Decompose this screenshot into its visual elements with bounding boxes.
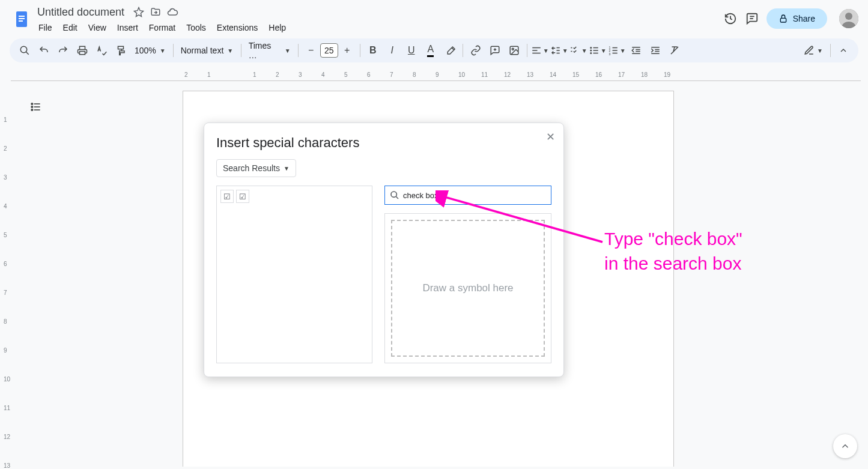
dialog-right: Draw a symbol here <box>384 186 551 363</box>
docs-logo[interactable] <box>10 7 34 31</box>
svg-text:3: 3 <box>609 52 610 56</box>
annotation-line1: Type "check box" <box>604 227 742 252</box>
indent-increase-icon[interactable] <box>646 41 664 59</box>
dialog-title: Insert special characters <box>216 135 551 151</box>
svg-point-8 <box>845 13 852 20</box>
draw-pad-border <box>391 220 545 357</box>
show-outline-icon[interactable] <box>28 98 44 115</box>
increase-font-icon[interactable]: + <box>338 41 356 59</box>
search-box[interactable] <box>384 186 551 205</box>
line-spacing-icon[interactable]: ▼ <box>550 41 568 59</box>
svg-point-46 <box>31 106 33 108</box>
menu-extensions[interactable]: Extensions <box>212 21 263 34</box>
svg-point-48 <box>391 192 396 197</box>
close-icon[interactable]: ✕ <box>546 130 555 144</box>
text-color-icon[interactable]: A <box>422 41 440 59</box>
editing-mode-icon[interactable]: ▼ <box>800 41 827 59</box>
font-select[interactable]: Times …▼ <box>245 41 294 59</box>
doc-title[interactable]: Untitled document <box>34 5 128 20</box>
underline-icon[interactable]: U <box>402 41 420 59</box>
annotation-line2: in the search box <box>604 252 742 276</box>
svg-line-49 <box>396 196 398 199</box>
svg-point-20 <box>590 50 592 51</box>
avatar[interactable] <box>839 9 858 28</box>
menubar: File Edit View Insert Format Tools Exten… <box>34 20 723 35</box>
share-label: Share <box>793 14 815 23</box>
menu-file[interactable]: File <box>34 21 57 34</box>
explore-button[interactable] <box>833 434 857 458</box>
history-icon[interactable] <box>723 11 738 26</box>
results-grid: ☑☑ <box>216 186 372 363</box>
header-right: Share <box>723 8 858 29</box>
separator <box>173 44 174 57</box>
svg-point-47 <box>31 109 33 111</box>
svg-point-21 <box>590 53 592 54</box>
font-size-group: − + <box>302 41 356 59</box>
svg-rect-11 <box>80 52 85 55</box>
decrease-font-icon[interactable]: − <box>302 41 320 59</box>
toolbar-right: ▼ <box>800 41 852 59</box>
bullet-list-icon[interactable]: ▼ <box>589 41 607 59</box>
menu-insert[interactable]: Insert <box>112 21 143 34</box>
separator <box>463 44 463 57</box>
svg-rect-3 <box>19 20 23 22</box>
numbered-list-icon[interactable]: 123▼ <box>608 41 626 59</box>
bold-icon[interactable]: B <box>364 41 382 59</box>
svg-rect-2 <box>19 18 25 19</box>
indent-decrease-icon[interactable] <box>627 41 645 59</box>
clear-formatting-icon[interactable] <box>666 41 684 59</box>
title-area: Untitled document File Edit View Insert … <box>34 4 723 35</box>
star-icon[interactable] <box>133 6 145 18</box>
comments-icon[interactable] <box>745 11 759 26</box>
menu-edit[interactable]: Edit <box>58 21 82 34</box>
paint-format-icon[interactable] <box>112 41 130 59</box>
search-input[interactable] <box>403 191 546 200</box>
print-icon[interactable] <box>73 41 91 59</box>
image-icon[interactable] <box>505 41 523 59</box>
italic-icon[interactable]: I <box>383 41 401 59</box>
separator <box>830 44 831 57</box>
highlight-icon[interactable] <box>441 41 459 59</box>
char-result[interactable]: ☑ <box>236 190 249 203</box>
category-label: Search Results <box>223 163 280 173</box>
separator <box>527 44 527 57</box>
horizontal-ruler: 2112345678910111213141516171819 <box>11 71 861 80</box>
toolbar: 100%▼ Normal text▼ Times …▼ − + B I U A … <box>10 38 858 62</box>
menu-help[interactable]: Help <box>264 21 291 34</box>
move-icon[interactable] <box>150 6 162 18</box>
link-icon[interactable] <box>467 41 485 59</box>
spellcheck-icon[interactable] <box>93 41 111 59</box>
special-characters-dialog: Insert special characters ✕ Search Resul… <box>204 123 564 377</box>
char-result[interactable]: ☑ <box>220 190 234 203</box>
svg-rect-1 <box>19 16 25 17</box>
undo-icon[interactable] <box>35 41 53 59</box>
style-select[interactable]: Normal text▼ <box>177 41 237 59</box>
separator <box>298 44 299 57</box>
menu-tools[interactable]: Tools <box>181 21 211 34</box>
align-icon[interactable]: ▼ <box>531 41 549 59</box>
share-button[interactable]: Share <box>766 8 827 29</box>
zoom-select[interactable]: 100%▼ <box>131 41 169 59</box>
zoom-value: 100% <box>135 46 156 55</box>
redo-icon[interactable] <box>54 41 72 59</box>
checklist-icon[interactable]: ▼ <box>569 41 587 59</box>
svg-rect-6 <box>780 18 786 22</box>
title-row: Untitled document <box>34 4 723 20</box>
draw-pad[interactable]: Draw a symbol here <box>384 213 551 363</box>
category-dropdown[interactable]: Search Results▼ <box>216 159 296 177</box>
menu-view[interactable]: View <box>83 21 111 34</box>
separator <box>360 44 360 57</box>
vertical-ruler: 12345678910111213 <box>2 84 12 467</box>
svg-line-10 <box>26 52 29 55</box>
comment-add-icon[interactable] <box>486 41 504 59</box>
collapse-toolbar-icon[interactable] <box>834 41 852 59</box>
menu-format[interactable]: Format <box>144 21 180 34</box>
annotation-text: Type "check box" in the search box <box>604 227 742 276</box>
svg-point-15 <box>512 48 514 50</box>
search-menus-icon[interactable] <box>16 41 34 59</box>
font-value: Times … <box>249 41 281 60</box>
titlebar: Untitled document File Edit View Insert … <box>0 0 868 38</box>
cloud-status-icon[interactable] <box>166 6 178 18</box>
font-size-input[interactable] <box>320 43 338 58</box>
svg-point-45 <box>31 103 33 105</box>
